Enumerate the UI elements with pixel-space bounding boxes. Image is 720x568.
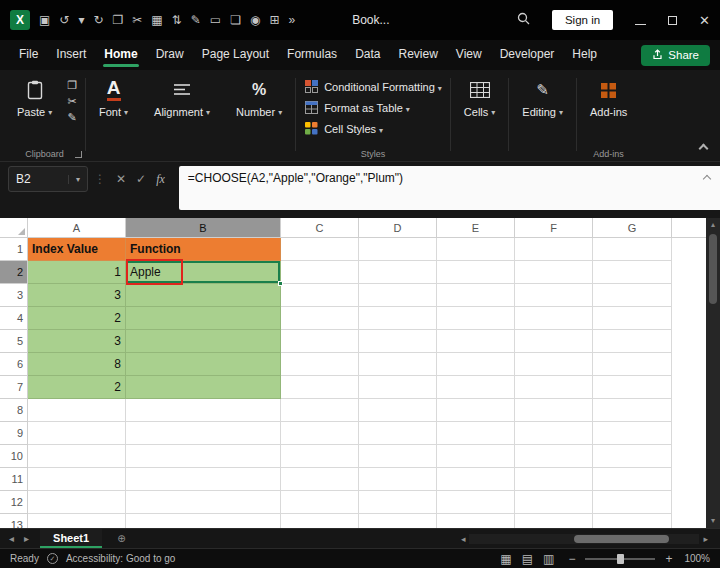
- menu-tab-data[interactable]: Data: [346, 41, 389, 69]
- cut-icon[interactable]: ✂: [67, 95, 77, 108]
- sheet-tab-sheet1[interactable]: Sheet1: [40, 529, 102, 548]
- scroll-down-icon[interactable]: [711, 514, 715, 528]
- cell-C7[interactable]: [281, 376, 359, 399]
- formula-input[interactable]: =CHOOSE(A2,"Apple","Orange","Plum"): [179, 166, 720, 210]
- cell-E2[interactable]: [437, 261, 515, 284]
- search-icon[interactable]: [517, 11, 530, 29]
- conditional-formatting-button[interactable]: Conditional Formatting: [304, 77, 442, 96]
- cell-G6[interactable]: [593, 353, 672, 376]
- cell-C9[interactable]: [281, 422, 359, 445]
- cell-C11[interactable]: [281, 468, 359, 491]
- cell-C3[interactable]: [281, 284, 359, 307]
- vertical-scroll-thumb[interactable]: [709, 234, 717, 304]
- row-header-9[interactable]: 9: [0, 422, 28, 445]
- undo-icon[interactable]: ↺: [59, 10, 69, 30]
- cell-G2[interactable]: [593, 261, 672, 284]
- cell-E8[interactable]: [437, 399, 515, 422]
- sort-icon[interactable]: ⇅: [172, 10, 182, 30]
- cell-D7[interactable]: [359, 376, 437, 399]
- cell-F1[interactable]: [515, 238, 593, 261]
- column-header-A[interactable]: A: [28, 218, 126, 238]
- cell-A7[interactable]: 2: [28, 376, 126, 399]
- number-button[interactable]: % Number: [231, 77, 287, 119]
- addins-button[interactable]: Add-ins: [585, 77, 632, 119]
- cell-G5[interactable]: [593, 330, 672, 353]
- menu-tab-formulas[interactable]: Formulas: [278, 41, 346, 69]
- close-button[interactable]: ✕: [699, 13, 710, 28]
- cell-F3[interactable]: [515, 284, 593, 307]
- camera-icon[interactable]: ◉: [250, 10, 260, 30]
- row-header-3[interactable]: 3: [0, 284, 28, 307]
- cell-D3[interactable]: [359, 284, 437, 307]
- column-header-E[interactable]: E: [437, 218, 515, 238]
- cell-D10[interactable]: [359, 445, 437, 468]
- clipboard-dialog-launcher[interactable]: [75, 151, 82, 158]
- row-header-13[interactable]: 13: [0, 514, 28, 528]
- cell-D4[interactable]: [359, 307, 437, 330]
- cell-B12[interactable]: [126, 491, 281, 514]
- horizontal-scroll-thumb[interactable]: [574, 535, 669, 543]
- page-break-view-icon[interactable]: ▥: [543, 550, 554, 568]
- cell-A3[interactable]: 3: [28, 284, 126, 307]
- format-painter-icon[interactable]: ✎: [67, 111, 77, 124]
- cell-B4[interactable]: [126, 307, 281, 330]
- cell-A5[interactable]: 3: [28, 330, 126, 353]
- collapse-ribbon-button[interactable]: [699, 144, 709, 154]
- sheet-nav-left-icon[interactable]: ◂: [4, 529, 19, 548]
- cell-C6[interactable]: [281, 353, 359, 376]
- cell-E10[interactable]: [437, 445, 515, 468]
- row-header-8[interactable]: 8: [0, 399, 28, 422]
- cell-G1[interactable]: [593, 238, 672, 261]
- cell-E5[interactable]: [437, 330, 515, 353]
- cell-F9[interactable]: [515, 422, 593, 445]
- cell-D12[interactable]: [359, 491, 437, 514]
- scroll-up-icon[interactable]: [711, 218, 715, 232]
- paste-button[interactable]: Paste: [12, 77, 57, 119]
- cell-F10[interactable]: [515, 445, 593, 468]
- cell-F2[interactable]: [515, 261, 593, 284]
- cell-E9[interactable]: [437, 422, 515, 445]
- copy-icon[interactable]: ❐: [67, 79, 77, 92]
- document-icon[interactable]: ❏: [230, 10, 241, 30]
- cell-D6[interactable]: [359, 353, 437, 376]
- cell-E12[interactable]: [437, 491, 515, 514]
- row-header-1[interactable]: 1: [0, 238, 28, 261]
- cell-A8[interactable]: [28, 399, 126, 422]
- cell-E11[interactable]: [437, 468, 515, 491]
- row-header-4[interactable]: 4: [0, 307, 28, 330]
- vertical-scrollbar[interactable]: [706, 218, 720, 528]
- chart-icon[interactable]: ▦: [151, 10, 162, 30]
- row-header-12[interactable]: 12: [0, 491, 28, 514]
- menu-tab-home[interactable]: Home: [95, 41, 146, 69]
- menu-tab-review[interactable]: Review: [389, 41, 446, 69]
- cell-A1[interactable]: Index Value: [28, 238, 126, 261]
- cell-A6[interactable]: 8: [28, 353, 126, 376]
- formula-bar-collapse-icon[interactable]: [703, 175, 711, 183]
- chevron-down-icon[interactable]: ▾: [78, 10, 84, 30]
- cell-B10[interactable]: [126, 445, 281, 468]
- horizontal-scrollbar[interactable]: [457, 534, 712, 544]
- fill-handle[interactable]: [278, 281, 283, 286]
- column-header-F[interactable]: F: [515, 218, 593, 238]
- column-header-G[interactable]: G: [593, 218, 672, 238]
- cell-B7[interactable]: [126, 376, 281, 399]
- cell-B1[interactable]: Function: [126, 238, 281, 261]
- cell-C8[interactable]: [281, 399, 359, 422]
- cell-F13[interactable]: [515, 514, 593, 528]
- redo-icon[interactable]: ↻: [93, 10, 103, 30]
- cell-B9[interactable]: [126, 422, 281, 445]
- cell-F4[interactable]: [515, 307, 593, 330]
- cell-B6[interactable]: [126, 353, 281, 376]
- more-commands-icon[interactable]: »: [288, 10, 295, 30]
- cell-B13[interactable]: [126, 514, 281, 528]
- format-as-table-button[interactable]: Format as Table: [304, 98, 410, 117]
- menu-tab-view[interactable]: View: [447, 41, 491, 69]
- menu-tab-help[interactable]: Help: [563, 41, 606, 69]
- cell-C10[interactable]: [281, 445, 359, 468]
- format-painter-icon[interactable]: ✎: [191, 10, 201, 30]
- menu-tab-page-layout[interactable]: Page Layout: [193, 41, 278, 69]
- cell-D5[interactable]: [359, 330, 437, 353]
- row-header-5[interactable]: 5: [0, 330, 28, 353]
- table-icon[interactable]: ⊞: [269, 10, 279, 30]
- row-header-10[interactable]: 10: [0, 445, 28, 468]
